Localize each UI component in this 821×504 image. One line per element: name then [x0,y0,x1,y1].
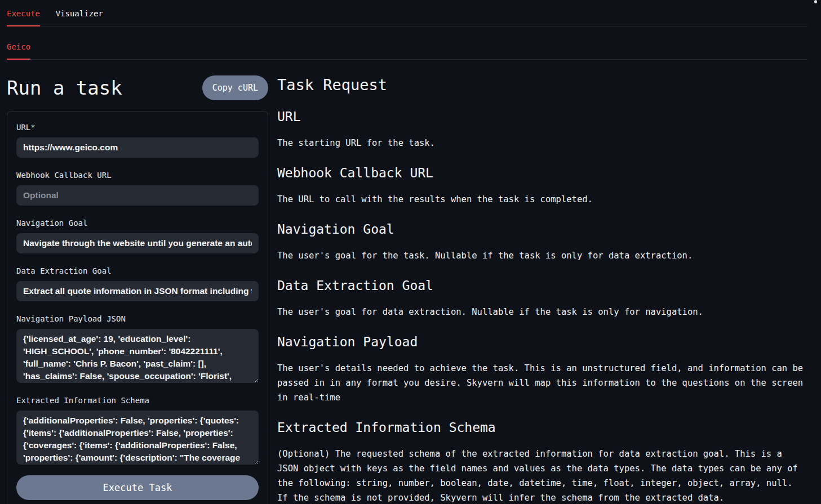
extracted-schema-label: Extracted Information Schema [16,396,259,405]
url-label: URL* [16,123,259,132]
execute-task-button[interactable]: Execute Task [16,475,259,500]
navigation-payload-textarea[interactable]: {'licensed_at_age': 19, 'education_level… [16,329,259,383]
url-field-group: URL* [16,123,259,158]
doc-section-webhook: Webhook Callback URL The URL to call wit… [277,166,807,207]
doc-section-navigation-goal: Navigation Goal The user's goal for the … [277,222,807,263]
doc-section-navigation-payload: Navigation Payload The user's details ne… [277,334,807,405]
doc-body: (Optional) The requested schema of the e… [277,447,807,504]
page-title: Run a task [7,75,122,100]
doc-body: The URL to call with the results when th… [277,192,807,207]
webhook-label: Webhook Callback URL [16,171,259,180]
doc-heading: Navigation Payload [277,334,807,350]
doc-body: The user's goal for data extraction. Nul… [277,305,807,319]
doc-body: The starting URL for the task. [277,136,807,150]
navigation-goal-field-group: Navigation Goal [16,218,259,253]
task-form-column: Run a task Copy cURL URL* Webhook Callba… [7,60,268,504]
tab-visualizer[interactable]: Visualizer [56,9,103,25]
navigation-goal-input[interactable] [16,233,259,253]
webhook-input[interactable] [16,185,259,206]
doc-body: The user's goal for the task. Nullable i… [277,248,807,263]
doc-section-data-extraction-goal: Data Extraction Goal The user's goal for… [277,278,807,319]
doc-heading: Extracted Information Schema [277,420,807,435]
doc-heading: Webhook Callback URL [277,166,807,181]
sub-tab-bar: Geico [7,26,807,60]
data-extraction-goal-input[interactable] [16,281,259,301]
main-tab-bar: Execute Visualizer [7,0,807,26]
navigation-payload-field-group: Navigation Payload JSON {'licensed_at_ag… [16,314,259,383]
page-content: Run a task Copy cURL URL* Webhook Callba… [0,60,821,504]
doc-body: The user's details needed to achieve the… [277,361,807,405]
docs-panel: Task Request URL The starting URL for th… [277,60,807,504]
webhook-field-group: Webhook Callback URL [16,171,259,206]
doc-section-url: URL The starting URL for the task. [277,109,807,150]
data-extraction-goal-label: Data Extraction Goal [16,266,259,275]
tab-geico[interactable]: Geico [7,42,30,60]
extracted-schema-textarea[interactable]: {'additionalProperties': False, 'propert… [16,411,259,465]
extracted-schema-field-group: Extracted Information Schema {'additiona… [16,396,259,465]
form-header: Run a task Copy cURL [7,75,268,100]
docs-title: Task Request [277,76,807,94]
task-form-card: URL* Webhook Callback URL Navigation Goa… [7,111,268,504]
url-input[interactable] [16,137,259,158]
doc-heading: URL [277,109,807,124]
doc-heading: Data Extraction Goal [277,278,807,293]
page-scrollbar-thumb[interactable] [814,0,817,3]
navigation-goal-label: Navigation Goal [16,218,259,228]
navigation-payload-label: Navigation Payload JSON [16,314,259,323]
copy-curl-button[interactable]: Copy cURL [202,75,268,100]
doc-section-extracted-schema: Extracted Information Schema (Optional) … [277,420,807,504]
doc-heading: Navigation Goal [277,222,807,237]
data-extraction-goal-field-group: Data Extraction Goal [16,266,259,301]
tab-execute[interactable]: Execute [7,9,40,26]
